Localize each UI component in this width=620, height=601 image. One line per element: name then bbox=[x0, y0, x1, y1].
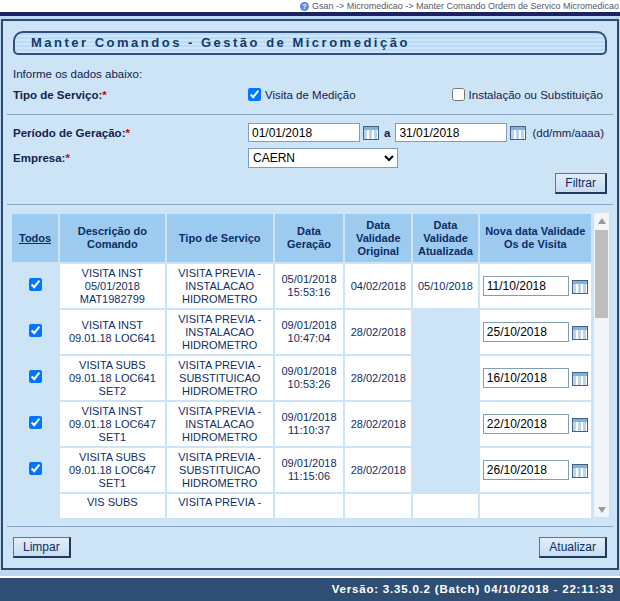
table-row-partial: VIS SUBS VISITA PREVIA - bbox=[12, 494, 591, 518]
cell-original: 28/02/2018 bbox=[345, 402, 411, 446]
periodo-fim-input[interactable] bbox=[395, 123, 507, 142]
periodo-separator: a bbox=[384, 127, 390, 139]
calendar-icon[interactable] bbox=[572, 464, 588, 478]
scroll-up-icon bbox=[598, 218, 606, 224]
table-row: VISITA SUBS 09.01.18 LOC641 SET2 VISITA … bbox=[12, 356, 591, 400]
cell-atualizada bbox=[413, 448, 477, 492]
header-data-geracao: Data Geração bbox=[275, 214, 343, 262]
empresa-select[interactable]: CAERN bbox=[248, 148, 398, 168]
required-asterisk: * bbox=[102, 89, 106, 101]
todos-link[interactable]: Todos bbox=[19, 232, 51, 244]
calendar-icon[interactable] bbox=[572, 372, 588, 386]
row-select-checkbox[interactable] bbox=[29, 416, 42, 429]
calendar-icon[interactable] bbox=[363, 126, 379, 140]
cell-atualizada bbox=[413, 402, 477, 446]
scroll-up-button[interactable] bbox=[594, 213, 609, 228]
row-select-checkbox[interactable] bbox=[29, 324, 42, 337]
breadcrumb-bar: ? Gsan -> Micromedicao -> Manter Comando… bbox=[0, 0, 620, 12]
required-asterisk: * bbox=[125, 127, 129, 139]
table-row: VISITA INST 09.01.18 LOC647 SET1 VISITA … bbox=[12, 402, 591, 446]
breadcrumb-text: Gsan -> Micromedicao -> Manter Comando O… bbox=[312, 1, 619, 11]
page-background: Manter Comandos - Gestão de Micromedição… bbox=[0, 16, 620, 576]
header-validade-original: Data Validade Original bbox=[345, 214, 411, 262]
cell-tipo: VISITA PREVIA - INSTALACAO HIDROMETRO bbox=[167, 402, 273, 446]
filtrar-button[interactable]: Filtrar bbox=[555, 173, 607, 194]
cell-original: 28/02/2018 bbox=[345, 310, 411, 354]
cell-descricao: VISITA INST 09.01.18 LOC641 bbox=[60, 310, 164, 354]
nova-data-input[interactable] bbox=[483, 460, 569, 480]
cell-geracao: 09/01/2018 10:47:04 bbox=[275, 310, 343, 354]
header-descricao: Descrição do Comando bbox=[60, 214, 164, 262]
cell-tipo: VISITA PREVIA - SUBSTITUICAO HIDROMETRO bbox=[167, 356, 273, 400]
separator bbox=[7, 526, 613, 527]
filtrar-row: Filtrar bbox=[3, 173, 607, 194]
nova-data-input[interactable] bbox=[483, 368, 569, 388]
visita-medicao-checkbox[interactable] bbox=[248, 88, 261, 101]
cell-geracao: 09/01/2018 11:10:37 bbox=[275, 402, 343, 446]
row-select-checkbox[interactable] bbox=[29, 278, 42, 291]
row-select-checkbox[interactable] bbox=[29, 462, 42, 475]
cell-atualizada bbox=[413, 310, 477, 354]
cell-descricao: VISITA SUBS 09.01.18 LOC647 SET1 bbox=[60, 448, 164, 492]
periodo-row: Período de Geração:* a (dd/mm/aaaa) bbox=[13, 123, 617, 142]
cell-descricao: VIS SUBS bbox=[60, 494, 164, 518]
tipo-servico-label-text: Tipo de Serviço: bbox=[13, 89, 102, 101]
tipo-servico-label: Tipo de Serviço:* bbox=[13, 89, 248, 101]
instalacao-substituicao-checkbox[interactable] bbox=[452, 88, 465, 101]
scroll-down-button[interactable] bbox=[594, 502, 609, 517]
separator bbox=[7, 204, 613, 205]
cell-tipo: VISITA PREVIA - bbox=[167, 494, 273, 518]
cell-tipo: VISITA PREVIA - INSTALACAO HIDROMETRO bbox=[167, 310, 273, 354]
periodo-inicio-input[interactable] bbox=[248, 123, 360, 142]
version-footer: Versão: 3.35.0.2 (Batch) 04/10/2018 - 22… bbox=[0, 578, 620, 601]
header-validade-atualizada: Data Validade Atualizada bbox=[413, 214, 477, 262]
main-panel: Manter Comandos - Gestão de Micromedição… bbox=[1, 19, 619, 570]
table-scrollbar[interactable] bbox=[593, 212, 610, 518]
cell-geracao: 09/01/2018 10:53:26 bbox=[275, 356, 343, 400]
cell-original: 04/02/2018 bbox=[345, 264, 411, 308]
cell-tipo: VISITA PREVIA - INSTALACAO HIDROMETRO bbox=[167, 264, 273, 308]
nova-data-input[interactable] bbox=[483, 276, 569, 296]
results-table-scroll-area: Todos Descrição do Comando Tipo de Servi… bbox=[10, 212, 593, 518]
table-header-row: Todos Descrição do Comando Tipo de Servi… bbox=[12, 214, 591, 262]
scroll-down-icon bbox=[598, 507, 606, 513]
cell-geracao: 05/01/2018 15:53:16 bbox=[275, 264, 343, 308]
empresa-label: Empresa:* bbox=[13, 152, 248, 164]
empresa-row: Empresa:* CAERN bbox=[13, 148, 617, 168]
header-nova-data: Nova data Validade Os de Visita bbox=[480, 214, 591, 262]
cell-descricao: VISITA INST 09.01.18 LOC647 SET1 bbox=[60, 402, 164, 446]
visita-medicao-label: Visita de Medição bbox=[265, 89, 356, 101]
table-row: VISITA INST 05/01/2018 MAT1982799 VISITA… bbox=[12, 264, 591, 308]
table-row: VISITA SUBS 09.01.18 LOC647 SET1 VISITA … bbox=[12, 448, 591, 492]
calendar-icon[interactable] bbox=[510, 126, 526, 140]
periodo-label-text: Período de Geração: bbox=[13, 127, 125, 139]
help-icon[interactable]: ? bbox=[300, 2, 309, 11]
date-format-hint: (dd/mm/aaaa) bbox=[532, 127, 604, 139]
calendar-icon[interactable] bbox=[572, 418, 588, 432]
atualizar-button[interactable]: Atualizar bbox=[539, 537, 607, 558]
header-tipo-servico: Tipo de Serviço bbox=[167, 214, 273, 262]
required-asterisk: * bbox=[65, 152, 69, 164]
results-table: Todos Descrição do Comando Tipo de Servi… bbox=[10, 212, 593, 518]
cell-original: 28/02/2018 bbox=[345, 356, 411, 400]
periodo-label: Período de Geração:* bbox=[13, 127, 248, 139]
scrollbar-thumb[interactable] bbox=[595, 230, 608, 318]
calendar-icon[interactable] bbox=[572, 280, 588, 294]
cell-descricao: VISITA INST 05/01/2018 MAT1982799 bbox=[60, 264, 164, 308]
cell-atualizada bbox=[413, 356, 477, 400]
breadcrumb: ? Gsan -> Micromedicao -> Manter Comando… bbox=[300, 1, 619, 11]
cell-original: 28/02/2018 bbox=[345, 448, 411, 492]
nova-data-input[interactable] bbox=[483, 322, 569, 342]
limpar-button[interactable]: Limpar bbox=[13, 537, 71, 558]
calendar-icon[interactable] bbox=[572, 326, 588, 340]
results-table-container: Todos Descrição do Comando Tipo de Servi… bbox=[10, 212, 610, 518]
intro-text: Informe os dados abaixo: bbox=[13, 68, 617, 80]
action-buttons-row: Limpar Atualizar bbox=[13, 537, 607, 558]
header-todos: Todos bbox=[12, 214, 58, 262]
cell-geracao: 09/01/2018 11:15:06 bbox=[275, 448, 343, 492]
nova-data-input[interactable] bbox=[483, 414, 569, 434]
cell-tipo: VISITA PREVIA - SUBSTITUICAO HIDROMETRO bbox=[167, 448, 273, 492]
separator bbox=[7, 114, 613, 115]
row-select-checkbox[interactable] bbox=[29, 370, 42, 383]
page-title: Manter Comandos - Gestão de Micromedição bbox=[13, 31, 607, 55]
